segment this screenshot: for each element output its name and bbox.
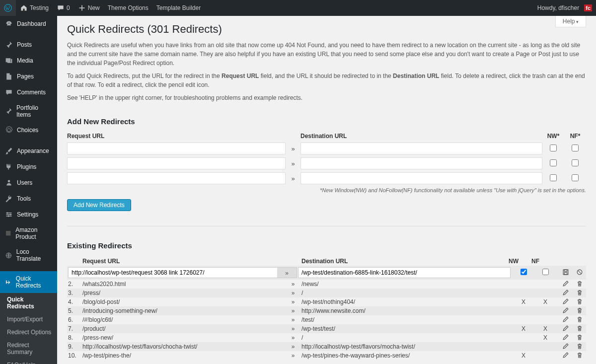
submenu-redirect-summary[interactable]: Redirect Summary <box>0 339 57 359</box>
edit-nf-checkbox[interactable] <box>542 269 549 275</box>
row-destination: /wp-test/pines-the-wayward-pines-series/ <box>300 352 513 359</box>
nf-checkbox[interactable] <box>572 145 579 151</box>
site-name[interactable]: Testing <box>16 0 53 16</box>
edit-row: » <box>67 266 586 280</box>
save-icon[interactable] <box>562 269 569 277</box>
row-request: /introducing-something-new/ <box>79 307 286 314</box>
wp-logo[interactable] <box>0 0 16 16</box>
delete-icon[interactable] <box>576 325 583 333</box>
delete-icon[interactable] <box>576 307 583 315</box>
comments-link[interactable]: 0 <box>53 0 74 16</box>
row-request: http://localhost/wp-test/flavors/chocha-… <box>79 343 286 350</box>
arrow-icon: » <box>277 267 297 278</box>
edit-icon[interactable] <box>562 325 569 333</box>
svg-point-2 <box>6 212 8 214</box>
menu-item-appearance[interactable]: Appearance <box>0 143 57 159</box>
submenu-faqs-help[interactable]: FAQs/Help <box>0 359 57 364</box>
edit-icon[interactable] <box>562 280 569 289</box>
menu-item-plugins[interactable]: Plugins <box>0 159 57 175</box>
delete-icon[interactable] <box>576 343 583 351</box>
new-content[interactable]: New <box>74 0 104 16</box>
request-input[interactable] <box>67 157 286 169</box>
edit-request-input[interactable] <box>68 267 278 278</box>
arrow-icon: » <box>286 281 300 288</box>
template-builder[interactable]: Template Builder <box>152 0 205 16</box>
arrow-icon: » <box>286 175 300 182</box>
row-nw: X <box>513 298 534 305</box>
row-destination: /news/ <box>300 281 513 288</box>
table-row: 9.http://localhost/wp-test/flavors/choch… <box>67 342 586 351</box>
table-row: 8./press-new/»/X <box>67 333 586 342</box>
theme-options[interactable]: Theme Options <box>104 0 152 16</box>
menu-item-users[interactable]: Users <box>0 175 57 191</box>
nw-checkbox[interactable] <box>550 159 557 166</box>
page-title: Quick Redirects (301 Redirects) <box>67 16 586 41</box>
menu-item-pages[interactable]: Pages <box>0 69 57 84</box>
menu-item-tools[interactable]: Tools <box>0 191 57 207</box>
row-destination: http://localhost/wp-test/flavors/mocha-t… <box>300 343 513 350</box>
request-input[interactable] <box>67 172 286 184</box>
arrow-icon: » <box>286 352 300 359</box>
edit-icon[interactable] <box>562 352 569 360</box>
add-row: » <box>67 157 586 169</box>
submenu-import-export[interactable]: Import/Export <box>0 313 57 326</box>
edit-nw-checkbox[interactable] <box>521 269 527 275</box>
submenu-quick-redirects[interactable]: Quick Redirects <box>0 293 57 313</box>
delete-icon[interactable] <box>576 298 583 306</box>
gear-icon <box>5 126 13 134</box>
row-request: /wp-test/pines-the/ <box>79 352 286 359</box>
nf-checkbox[interactable] <box>572 159 579 166</box>
destination-input[interactable] <box>300 157 542 169</box>
edit-icon[interactable] <box>562 298 569 306</box>
separator <box>67 226 586 226</box>
delete-icon[interactable] <box>576 316 583 324</box>
delete-icon[interactable] <box>576 352 583 360</box>
request-input[interactable] <box>67 143 286 154</box>
arrow-icon: » <box>286 325 300 332</box>
menu-item-posts[interactable]: Posts <box>0 37 57 53</box>
menu-item-amazon-product[interactable]: Amazon Product <box>0 222 57 244</box>
table-row: 10./wp-test/pines-the/»/wp-test/pines-th… <box>67 351 586 360</box>
table-row: 3./press/»/ <box>67 289 586 297</box>
user-icon <box>5 179 13 187</box>
edit-icon[interactable] <box>562 316 569 324</box>
delete-icon[interactable] <box>576 280 583 289</box>
table-row: 2./whats2020.html»/news/ <box>67 280 586 289</box>
add-row: » <box>67 143 586 154</box>
menu-item-comments[interactable]: Comments <box>0 84 57 100</box>
add-row: » <box>67 172 586 184</box>
svg-point-4 <box>8 216 9 217</box>
menu-item-settings[interactable]: Settings <box>0 207 57 222</box>
delete-icon[interactable] <box>576 289 583 297</box>
edit-icon[interactable] <box>562 307 569 315</box>
destination-input[interactable] <box>300 172 542 184</box>
howdy-user[interactable]: Howdy, dfischerfc <box>533 0 596 16</box>
plug-icon <box>5 163 13 171</box>
edit-icon[interactable] <box>562 289 569 297</box>
globe-icon <box>5 251 12 259</box>
nf-checkbox[interactable] <box>572 174 579 181</box>
main-content: Help Quick Redirects (301 Redirects) Qui… <box>57 16 596 364</box>
col-nf-label: NF* <box>564 133 586 140</box>
edit-icon[interactable] <box>562 343 569 351</box>
help-tab[interactable]: Help <box>555 16 586 27</box>
edit-icon[interactable] <box>562 334 569 342</box>
menu-item-quick-redirects[interactable]: Quick Redirects <box>0 271 57 293</box>
nw-checkbox[interactable] <box>550 174 557 181</box>
cancel-icon[interactable] <box>576 269 583 277</box>
menu-item-portfolio-items[interactable]: Portfolio Items <box>0 100 57 122</box>
row-destination: http://www.newsite.com/ <box>300 307 513 314</box>
svg-rect-5 <box>6 231 10 235</box>
menu-item-loco-translate[interactable]: Loco Translate <box>0 244 57 266</box>
menu-item-choices[interactable]: Choices <box>0 122 57 138</box>
edit-destination-input[interactable] <box>298 267 511 278</box>
row-destination: /wp-test/test/ <box>300 325 513 332</box>
add-new-redirects-button[interactable]: Add New Redirects <box>67 199 131 211</box>
menu-item-media[interactable]: Media <box>0 53 57 69</box>
menu-item-dashboard[interactable]: Dashboard <box>0 16 57 32</box>
nw-checkbox[interactable] <box>550 145 557 151</box>
submenu-redirect-options[interactable]: Redirect Options <box>0 326 57 339</box>
destination-input[interactable] <box>300 143 542 154</box>
delete-icon[interactable] <box>576 334 583 342</box>
plus-icon <box>78 4 86 12</box>
